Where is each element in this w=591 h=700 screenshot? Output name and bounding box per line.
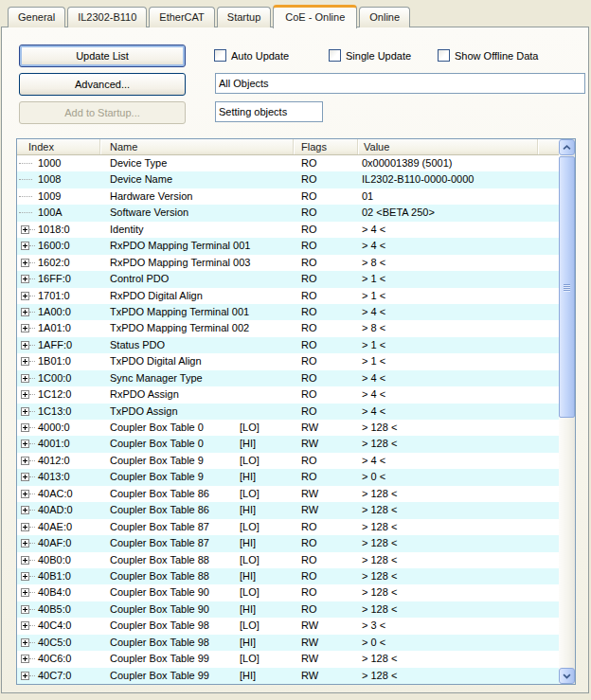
expand-plus-icon[interactable] bbox=[21, 473, 29, 481]
table-row[interactable]: 100ASoftware VersionRO02 <BETA 250> bbox=[17, 205, 559, 221]
auto-update-checkbox-box[interactable] bbox=[214, 49, 226, 62]
index-text: 1000 bbox=[38, 157, 61, 169]
single-update-checkbox-box[interactable] bbox=[329, 49, 341, 62]
expand-plus-icon[interactable] bbox=[21, 308, 29, 316]
table-row[interactable]: 1A00:0TxPDO Mapping Terminal 001RO> 4 < bbox=[17, 304, 559, 320]
expand-plus-icon[interactable] bbox=[21, 605, 29, 614]
column-header-value[interactable]: Value bbox=[358, 139, 538, 154]
auto-update-checkbox[interactable]: Auto Update bbox=[214, 49, 289, 62]
table-row[interactable]: 40AF:0Coupler Box Table 87[HI]RO> 128 < bbox=[17, 535, 559, 551]
table-row[interactable]: 40B1:0Coupler Box Table 88[HI]RO> 128 < bbox=[17, 568, 559, 584]
expand-plus-icon[interactable] bbox=[21, 407, 29, 416]
expand-plus-icon[interactable] bbox=[21, 357, 29, 366]
tab-ethercat[interactable]: EtherCAT bbox=[149, 7, 214, 27]
cell-name: Coupler Box Table 86[LO] bbox=[100, 486, 294, 502]
update-list-button[interactable]: Update List bbox=[19, 45, 186, 67]
tab-il2302-b110[interactable]: IL2302-B110 bbox=[67, 7, 147, 27]
table-row[interactable]: 40AD:0Coupler Box Table 86[HI]RW> 128 < bbox=[17, 502, 559, 518]
add-to-startup-button[interactable]: Add to Startup... bbox=[19, 101, 186, 124]
cell-flags: RO bbox=[294, 453, 358, 469]
expand-plus-icon[interactable] bbox=[21, 588, 29, 597]
expand-plus-icon[interactable] bbox=[21, 242, 29, 250]
tree-twig bbox=[29, 625, 35, 626]
table-row[interactable]: 1009Hardware VersionRO01 bbox=[17, 188, 559, 205]
table-row[interactable]: 1000Device TypeRO0x00001389 (5001) bbox=[17, 155, 559, 171]
table-row[interactable]: 40B4:0Coupler Box Table 90[LO]RO> 128 < bbox=[17, 584, 559, 601]
cell-name: Coupler Box Table 99[HI] bbox=[100, 668, 294, 684]
expand-plus-icon[interactable] bbox=[21, 440, 29, 448]
table-row[interactable]: 4012:0Coupler Box Table 9[LO]RO> 4 < bbox=[17, 453, 559, 469]
expand-plus-icon[interactable] bbox=[21, 490, 29, 498]
expand-plus-icon[interactable] bbox=[21, 655, 29, 663]
expand-plus-icon[interactable] bbox=[21, 672, 29, 680]
expand-plus-icon[interactable] bbox=[21, 556, 29, 565]
cell-index: 4013:0 bbox=[17, 469, 100, 485]
expand-plus-icon[interactable] bbox=[21, 275, 29, 283]
cell-index: 1C00:0 bbox=[17, 370, 100, 386]
advanced-button[interactable]: Advanced... bbox=[19, 73, 186, 96]
expand-plus-icon[interactable] bbox=[21, 324, 29, 332]
table-row[interactable]: 1C00:0Sync Manager TypeRO> 4 < bbox=[17, 370, 559, 386]
expand-plus-icon[interactable] bbox=[21, 259, 29, 267]
table-row[interactable]: 4013:0Coupler Box Table 9[HI]RO> 0 < bbox=[17, 469, 559, 485]
table-row[interactable]: 40B5:0Coupler Box Table 90[HI]RO> 128 < bbox=[17, 601, 559, 618]
table-row[interactable]: 40C6:0Coupler Box Table 99[LO]RW> 128 < bbox=[17, 651, 559, 667]
table-row[interactable]: 1602:0RxPDO Mapping Terminal 003RO> 8 < bbox=[17, 255, 559, 271]
index-text: 40AF:0 bbox=[38, 537, 71, 548]
cell-name: Coupler Box Table 90[LO] bbox=[100, 584, 294, 601]
tab-general[interactable]: General bbox=[8, 7, 65, 27]
table-row[interactable]: 40C7:0Coupler Box Table 99[HI]RW> 128 < bbox=[17, 668, 559, 684]
show-offline-data-checkbox-box[interactable] bbox=[438, 49, 450, 62]
vertical-scrollbar[interactable] bbox=[559, 139, 575, 684]
tree-twig bbox=[29, 510, 35, 511]
expand-plus-icon[interactable] bbox=[21, 638, 29, 647]
show-offline-data-checkbox[interactable]: Show Offline Data bbox=[438, 49, 538, 62]
column-header-index[interactable]: Index bbox=[17, 139, 100, 154]
table-row[interactable]: 1B01:0TxPDO Digital AlignRO> 1 < bbox=[17, 353, 559, 369]
table-row[interactable]: 40C4:0Coupler Box Table 98[LO]RW> 3 < bbox=[17, 618, 559, 634]
single-update-checkbox[interactable]: Single Update bbox=[329, 49, 411, 62]
expand-plus-icon[interactable] bbox=[21, 423, 29, 432]
name-text: TxPDO Mapping Terminal 001 bbox=[110, 306, 249, 317]
expand-plus-icon[interactable] bbox=[21, 374, 29, 383]
expand-plus-icon[interactable] bbox=[21, 341, 29, 350]
table-row[interactable]: 1C12:0RxPDO AssignRO> 4 < bbox=[17, 386, 559, 403]
scrollbar-up-button[interactable] bbox=[559, 139, 575, 155]
table-row[interactable]: 1600:0RxPDO Mapping Terminal 001RO> 4 < bbox=[17, 238, 559, 254]
table-row[interactable]: 1A01:0TxPDO Mapping Terminal 002RO> 8 < bbox=[17, 320, 559, 336]
tab-coe-online[interactable]: CoE - Online bbox=[273, 5, 357, 28]
expand-plus-icon[interactable] bbox=[21, 225, 29, 234]
tree-twig bbox=[29, 411, 35, 412]
expand-plus-icon[interactable] bbox=[21, 506, 29, 514]
scrollbar-down-button[interactable] bbox=[559, 668, 575, 684]
column-header-name[interactable]: Name bbox=[100, 139, 294, 154]
cell-name: TxPDO Assign bbox=[100, 404, 294, 420]
table-row[interactable]: 16FF:0Control PDORO> 1 < bbox=[17, 271, 559, 287]
table-row[interactable]: 40AE:0Coupler Box Table 87[LO]RO> 128 < bbox=[17, 519, 559, 535]
scrollbar-thumb[interactable] bbox=[559, 156, 575, 418]
table-row[interactable]: 4000:0Coupler Box Table 0[LO]RW> 128 < bbox=[17, 420, 559, 436]
expand-plus-icon[interactable] bbox=[21, 539, 29, 547]
object-filter-input[interactable] bbox=[215, 73, 585, 94]
auto-update-label: Auto Update bbox=[231, 50, 289, 62]
tab-page: Update List Advanced... Add to Startup..… bbox=[1, 27, 589, 693]
column-header-flags[interactable]: Flags bbox=[294, 139, 358, 154]
expand-plus-icon[interactable] bbox=[21, 572, 29, 581]
table-row[interactable]: 1C13:0TxPDO AssignRO> 4 < bbox=[17, 404, 559, 420]
expand-plus-icon[interactable] bbox=[21, 390, 29, 399]
tab-startup[interactable]: Startup bbox=[217, 7, 271, 27]
table-row[interactable]: 40B0:0Coupler Box Table 88[LO]RO> 128 < bbox=[17, 552, 559, 568]
table-row[interactable]: 40C5:0Coupler Box Table 98[HI]RW> 0 < bbox=[17, 635, 559, 651]
table-row[interactable]: 1008Device NameROIL2302-B110-0000-0000 bbox=[17, 171, 559, 188]
expand-plus-icon[interactable] bbox=[21, 292, 29, 300]
table-row[interactable]: 1018:0IdentityRO> 4 < bbox=[17, 222, 559, 238]
expand-plus-icon[interactable] bbox=[21, 621, 29, 630]
expand-plus-icon[interactable] bbox=[21, 523, 29, 531]
object-type-input[interactable] bbox=[215, 101, 323, 122]
table-row[interactable]: 4001:0Coupler Box Table 0[HI]RW> 128 < bbox=[17, 436, 559, 452]
table-row[interactable]: 40AC:0Coupler Box Table 86[LO]RW> 128 < bbox=[17, 486, 559, 502]
table-row[interactable]: 1701:0RxPDO Digital AlignRO> 1 < bbox=[17, 288, 559, 304]
table-row[interactable]: 1AFF:0Status PDORO> 1 < bbox=[17, 337, 559, 353]
expand-plus-icon[interactable] bbox=[21, 457, 29, 465]
tab-online[interactable]: Online bbox=[359, 7, 410, 27]
